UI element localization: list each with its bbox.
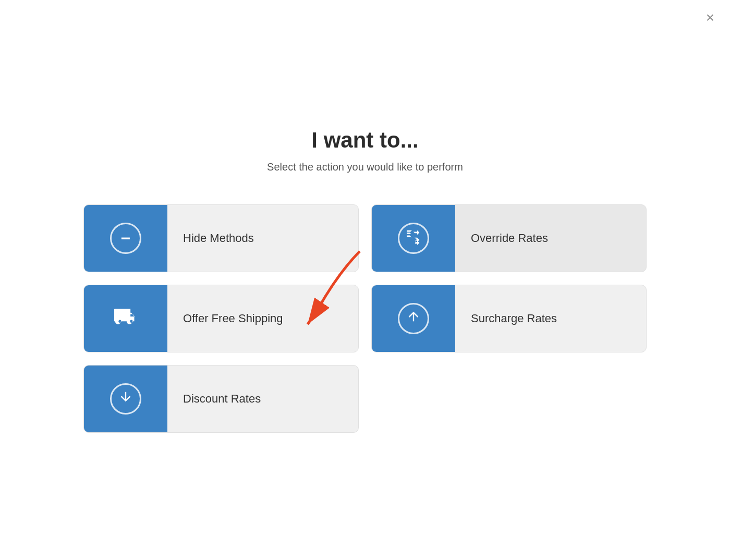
- shuffle-icon: [405, 227, 422, 249]
- modal-title: I want to...: [311, 128, 418, 153]
- option-icon-block-discount-rates: [84, 366, 167, 432]
- option-icon-block-surcharge-rates: [372, 285, 455, 352]
- close-button[interactable]: ×: [706, 10, 714, 25]
- option-card-surcharge-rates[interactable]: Surcharge Rates: [371, 285, 647, 352]
- option-icon-block-hide-methods: −: [84, 205, 167, 272]
- option-card-override-rates[interactable]: Override Rates: [371, 204, 647, 272]
- option-icon-circle-offer-free-shipping: [110, 303, 141, 334]
- option-card-discount-rates[interactable]: Discount Rates: [83, 365, 359, 433]
- option-label-override-rates: Override Rates: [455, 205, 646, 272]
- option-label-hide-methods: Hide Methods: [167, 205, 358, 272]
- option-card-offer-free-shipping[interactable]: Offer Free Shipping: [83, 285, 359, 352]
- option-icon-block-offer-free-shipping: [84, 285, 167, 352]
- option-card-hide-methods[interactable]: − Hide Methods: [83, 204, 359, 272]
- options-grid: − Hide Methods Override Rates: [83, 204, 647, 433]
- arrow-down-icon: [118, 389, 133, 408]
- option-icon-circle-override-rates: [398, 223, 429, 254]
- option-icon-circle-hide-methods: −: [110, 223, 141, 254]
- modal-container: I want to... Select the action you would…: [52, 107, 678, 454]
- option-label-discount-rates: Discount Rates: [167, 366, 358, 432]
- arrow-up-icon: [406, 309, 421, 327]
- option-icon-circle-discount-rates: [110, 383, 141, 415]
- option-label-offer-free-shipping: Offer Free Shipping: [167, 285, 358, 352]
- truck-icon: [114, 305, 137, 332]
- option-icon-circle-surcharge-rates: [398, 303, 429, 334]
- modal-subtitle: Select the action you would like to perf…: [267, 161, 463, 173]
- close-icon: ×: [706, 9, 714, 26]
- option-icon-block-override-rates: [372, 205, 455, 272]
- option-label-surcharge-rates: Surcharge Rates: [455, 285, 646, 352]
- minus-icon: −: [121, 230, 131, 247]
